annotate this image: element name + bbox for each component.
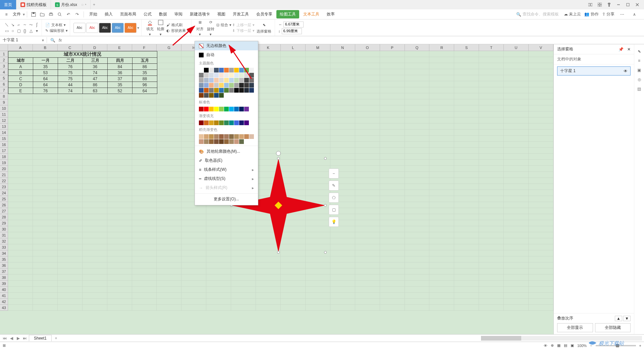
row-header[interactable]: 19 xyxy=(0,160,8,166)
row-header[interactable]: 12 xyxy=(0,117,8,123)
selection-pane-button[interactable]: ⬉ 选择窗格 xyxy=(255,21,273,34)
table-cell[interactable]: 76 xyxy=(58,64,83,70)
color-swatch[interactable] xyxy=(209,73,214,78)
brace-shape[interactable]: {} xyxy=(22,28,28,34)
view-normal-icon[interactable]: 👁 xyxy=(544,344,547,348)
history-icon[interactable]: ▤ xyxy=(637,87,641,91)
menu-tab-vip[interactable]: 会员专享 xyxy=(253,10,276,18)
table-cell[interactable]: 36 xyxy=(108,70,132,76)
row-header[interactable]: 32 xyxy=(0,238,8,244)
color-swatch[interactable] xyxy=(239,134,244,139)
pin-icon[interactable]: 📌 xyxy=(619,47,624,52)
select-tool-icon[interactable]: ⬉ xyxy=(638,49,641,54)
show-all-button[interactable]: 全部显示 xyxy=(557,323,593,332)
color-swatch[interactable] xyxy=(214,68,219,72)
row-header[interactable]: 28 xyxy=(0,214,8,220)
column-header[interactable]: V xyxy=(529,44,553,51)
row-header[interactable]: 20 xyxy=(0,166,8,172)
color-swatch[interactable] xyxy=(239,78,244,83)
color-swatch[interactable] xyxy=(249,68,254,72)
table-cell[interactable]: 35 xyxy=(108,82,132,88)
object-item[interactable]: 十字星 1 👁 xyxy=(557,66,631,76)
bring-forward-button[interactable]: ⬆ 上移一层 ▾ xyxy=(232,22,255,28)
menu-tab-insert[interactable]: 插入 xyxy=(101,10,116,18)
maximize-button[interactable] xyxy=(624,1,632,8)
elbow-shape[interactable]: ⌐ xyxy=(16,22,21,28)
close-button[interactable] xyxy=(633,1,641,8)
eyedropper-item[interactable]: ✐取色器(E) xyxy=(195,156,258,165)
column-header[interactable]: S xyxy=(454,44,479,51)
effect-tool[interactable]: 💡 xyxy=(329,217,339,227)
table-cell[interactable]: A xyxy=(8,64,33,70)
command-search[interactable]: 🔍 查找命令、搜索模板 xyxy=(515,10,560,18)
rect-shape[interactable]: ▭ xyxy=(4,28,9,34)
edit-shape-button[interactable]: ✎ 编辑形状 ▾ xyxy=(45,28,68,33)
color-swatch[interactable] xyxy=(239,107,244,111)
color-swatch[interactable] xyxy=(234,78,239,83)
color-swatch[interactable] xyxy=(234,83,239,88)
resize-handle-ne[interactable] xyxy=(324,157,327,160)
column-header[interactable]: M xyxy=(306,44,330,51)
format-painter-button[interactable]: 🖌 格式刷 xyxy=(166,22,189,28)
layout-icon[interactable] xyxy=(586,1,594,8)
color-swatch[interactable] xyxy=(229,139,234,144)
color-swatch[interactable] xyxy=(219,73,224,78)
outline-tool[interactable]: ▢ xyxy=(329,205,339,215)
color-swatch[interactable] xyxy=(204,68,209,72)
color-swatch[interactable] xyxy=(204,83,209,88)
color-swatch[interactable] xyxy=(199,78,204,83)
settings-icon[interactable]: ≡ xyxy=(638,58,640,63)
textbox-button[interactable]: 📄 文本框 ▾ xyxy=(45,22,68,28)
table-cell[interactable]: 47 xyxy=(83,76,108,82)
column-header[interactable]: A xyxy=(8,44,33,51)
color-swatch[interactable] xyxy=(224,120,229,125)
column-header[interactable]: T xyxy=(479,44,504,51)
color-swatch[interactable] xyxy=(219,134,224,139)
fill-button[interactable]: 填充▾ xyxy=(145,19,155,37)
color-swatch[interactable] xyxy=(224,134,229,139)
row-header[interactable]: 16 xyxy=(0,142,8,148)
zoom-value[interactable]: 100% xyxy=(577,344,587,348)
color-swatch[interactable] xyxy=(224,88,229,93)
table-cell[interactable]: 88 xyxy=(132,76,157,82)
align-button[interactable]: ⊞ 对齐▾ xyxy=(195,19,205,37)
color-swatch[interactable] xyxy=(199,88,204,93)
add-sheet-button[interactable]: + xyxy=(53,336,59,341)
table-cell[interactable]: 86 xyxy=(83,82,108,88)
tab-home[interactable]: 首页 xyxy=(0,0,16,9)
resize-handle-s[interactable] xyxy=(277,251,280,254)
arrow-style-item[interactable]: →箭头样式(R)▸ xyxy=(195,183,258,192)
table-cell[interactable]: 76 xyxy=(33,88,58,94)
move-up-button[interactable]: ▲ xyxy=(615,316,622,321)
color-swatch[interactable] xyxy=(219,107,224,111)
color-swatch[interactable] xyxy=(244,73,249,78)
color-swatch[interactable] xyxy=(204,73,209,78)
color-swatch[interactable] xyxy=(234,88,239,93)
column-header[interactable]: E xyxy=(107,44,132,51)
more-shapes[interactable]: ▾ xyxy=(34,28,40,34)
color-swatch[interactable] xyxy=(204,93,209,98)
sheet-nav-prev[interactable]: ◀ xyxy=(9,336,14,341)
color-swatch[interactable] xyxy=(224,139,229,144)
color-swatch[interactable] xyxy=(204,134,209,139)
color-swatch[interactable] xyxy=(244,88,249,93)
row-header[interactable]: 26 xyxy=(0,202,8,208)
redo-icon[interactable]: ↷ xyxy=(74,11,80,17)
row-header[interactable]: 29 xyxy=(0,220,8,226)
table-cell[interactable]: 75 xyxy=(58,76,83,82)
menu-tab-new[interactable]: 新建选项卡 xyxy=(186,10,213,18)
column-header[interactable]: D xyxy=(83,44,107,51)
color-swatch[interactable] xyxy=(234,134,239,139)
color-swatch[interactable] xyxy=(234,107,239,111)
tab-add-button[interactable]: + xyxy=(91,2,97,7)
color-swatch[interactable] xyxy=(229,78,234,83)
chevron-down-icon[interactable]: ▾ xyxy=(42,38,44,43)
row-header[interactable]: 7 xyxy=(0,87,8,93)
color-swatch[interactable] xyxy=(224,83,229,88)
table-cell[interactable]: B xyxy=(8,70,33,76)
color-swatch[interactable] xyxy=(244,107,249,111)
view-read-icon[interactable]: ▣ xyxy=(571,343,574,348)
menu-tab-data[interactable]: 数据 xyxy=(156,10,170,18)
table-cell[interactable]: 37 xyxy=(108,76,132,82)
row-header[interactable]: 36 xyxy=(0,262,8,268)
